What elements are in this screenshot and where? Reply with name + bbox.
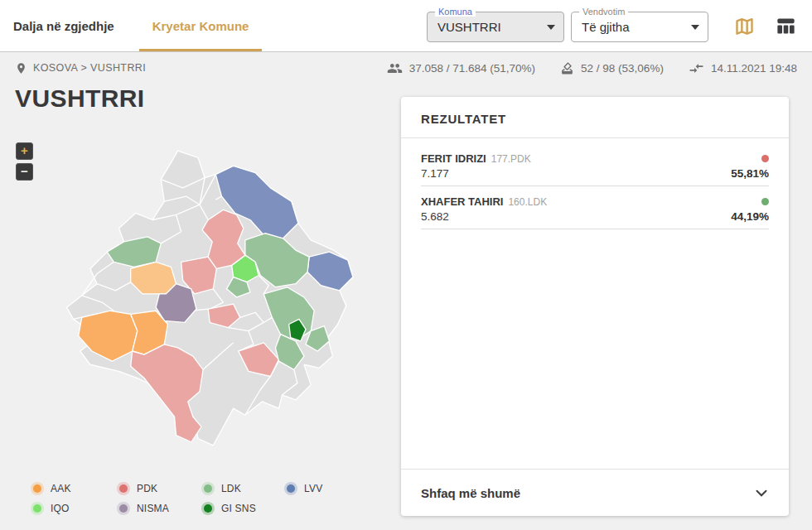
map-view-button[interactable] [732,14,756,37]
kosovo-map[interactable] [43,149,356,449]
candidate-party: 160.LDK [508,196,547,208]
map-region[interactable] [66,151,352,446]
zoom-out-button[interactable]: − [16,163,33,181]
candidate-name: FERIT IDRIZI [421,152,486,165]
top-bar: Dalja në zgjedhje Kryetar Komune Komuna … [0,0,812,52]
party-color-dot [119,484,128,493]
compare-arrows-icon [689,60,704,76]
map-zoom-controls: + − [16,142,33,181]
legend-label: AAK [51,483,71,494]
legend-item-aak: AAK [33,483,119,494]
legend-item-lvv: LVV [287,483,361,494]
breadcrumb-path: KOSOVA > VUSHTRRI [33,62,146,74]
party-color-dot [287,484,295,493]
candidate-list: FERIT IDRIZI 177.PDK 7.177 55,81% XHAFER… [401,138,789,229]
tab-kryetar-komune[interactable]: Kryetar Komune [139,0,263,51]
chevron-down-icon [752,484,771,502]
kosovo-map-svg [43,149,356,449]
voters-icon [387,60,403,76]
stats-group: 37.058 / 71.684 (51,70%) 52 / 98 (53,06%… [387,60,797,76]
candidate-votes: 7.177 [421,167,449,180]
legend-label: LVV [304,483,322,494]
legend-label: GI SNS [221,503,256,514]
map-icon [733,15,756,37]
legend-item-gi-sns: GI SNS [204,503,287,514]
party-color-dot [204,484,212,493]
legend-item-ldk: LDK [204,483,287,494]
komuna-select[interactable]: Komuna VUSHTRRI [427,12,564,42]
party-color-dot [33,504,41,513]
map-region[interactable] [131,262,176,294]
ballot-box-icon [560,61,574,75]
party-color-dot [119,504,128,513]
candidate-row[interactable]: FERIT IDRIZI 177.PDK 7.177 55,81% [421,143,769,186]
show-more-label: Shfaq më shumë [421,486,520,500]
party-legend: AAK PDK LDK LVV IQO NISMA GI SNS [33,483,361,514]
candidate-percent: 44,19% [731,210,769,223]
results-title: REZULTATET [401,97,789,138]
turnout-value: 37.058 / 71.684 (51,70%) [409,62,535,75]
candidate-row[interactable]: XHAFER TAHIRI 160.LDK 5.682 44,19% [421,186,769,229]
tab-bar: Dalja në zgjedhje Kryetar Komune [13,0,262,51]
table-view-button[interactable] [774,14,797,37]
legend-item-iqo: IQO [33,503,119,514]
party-color-dot [33,484,41,493]
legend-label: PDK [137,483,157,494]
chevron-down-icon [547,25,555,30]
legend-label: IQO [51,503,70,514]
updated-value: 14.11.2021 19:48 [711,62,797,75]
vendvotim-select[interactable]: Vendvotim Të gjitha [571,12,708,42]
location-pin-icon [15,62,27,75]
candidate-votes: 5.682 [421,210,449,223]
party-color-dot [761,155,769,162]
candidate-party: 177.PDK [491,153,531,165]
election-results-app: Dalja në zgjedhje Kryetar Komune Komuna … [0,0,812,530]
chevron-down-icon [691,25,699,30]
table-columns-icon [775,15,797,37]
vendvotim-label: Vendvotim [579,7,628,17]
legend-label: LDK [221,483,241,494]
stations-value: 52 / 98 (53,06%) [581,62,664,75]
zoom-in-button[interactable]: + [16,142,33,160]
page-title: VUSHTRRI [15,84,145,113]
tab-dalja-ne-zgjedhje[interactable]: Dalja në zgjedhje [13,0,131,51]
breadcrumb: KOSOVA > VUSHTRRI [15,62,146,75]
legend-item-pdk: PDK [119,483,204,494]
status-strip: KOSOVA > VUSHTRRI 37.058 / 71.684 (51,70… [0,53,812,83]
vendvotim-value: Të gjitha [582,20,630,34]
candidate-percent: 55,81% [731,167,769,180]
show-more-button[interactable]: Shfaq më shumë [401,469,789,516]
map-region[interactable] [131,344,203,442]
party-color-dot [761,198,769,205]
turnout-stat: 37.058 / 71.684 (51,70%) [387,60,535,76]
results-panel: REZULTATET FERIT IDRIZI 177.PDK 7.177 55… [401,97,789,516]
candidate-name: XHAFER TAHIRI [421,195,503,208]
komuna-label: Komuna [435,7,476,17]
komuna-value: VUSHTRRI [437,20,501,34]
updated-stat: 14.11.2021 19:48 [689,60,797,76]
legend-item-nisma: NISMA [119,503,204,514]
legend-label: NISMA [137,503,169,514]
party-color-dot [204,504,212,513]
stations-stat: 52 / 98 (53,06%) [560,61,664,75]
